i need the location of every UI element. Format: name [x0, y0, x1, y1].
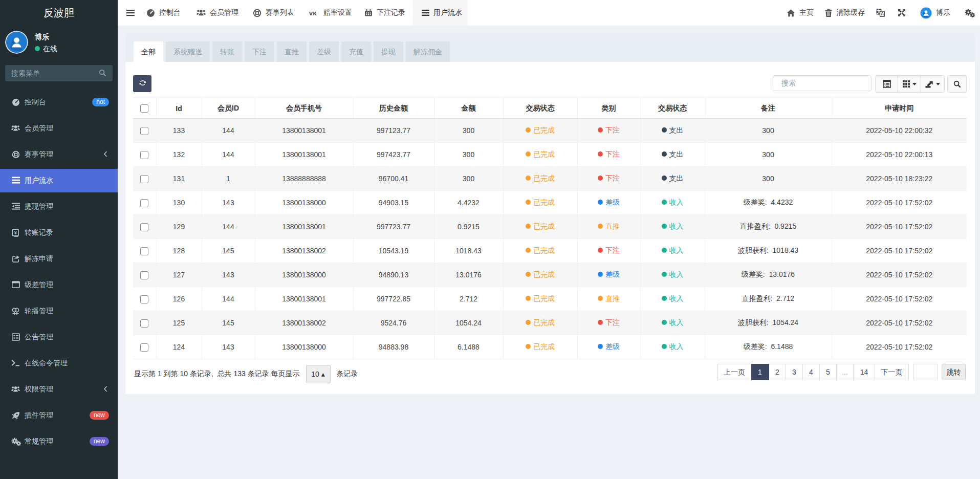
svg-text:A: A: [881, 11, 884, 16]
svg-text:¥: ¥: [14, 230, 17, 235]
svg-text:vĸ: vĸ: [309, 10, 317, 16]
